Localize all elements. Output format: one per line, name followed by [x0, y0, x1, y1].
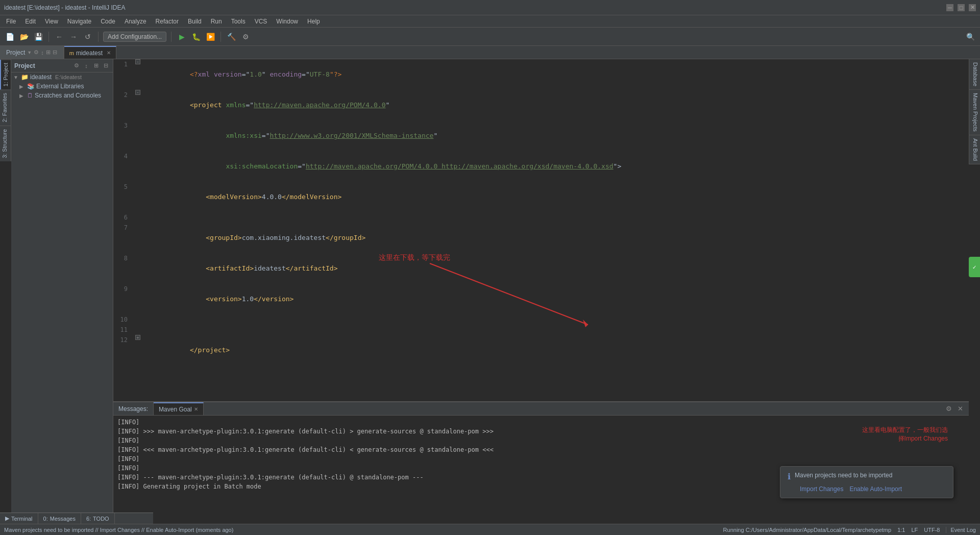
project-tab-collapse[interactable]: ⊟ [53, 49, 57, 56]
tree-arrow-ideatest: ▼ [13, 75, 19, 80]
messages-tab-label: Messages [50, 516, 76, 522]
fold-icon-12[interactable]: + [135, 335, 140, 340]
statusbar-right: Running C:/Users/Administrator/AppData/L… [723, 527, 976, 533]
maven-goal-close[interactable]: ✕ [194, 406, 198, 412]
tree-item-scratches[interactable]: ▶ 🗒 Scratches and Consoles [11, 91, 113, 100]
editor-tab-icon: m [69, 50, 74, 56]
terminal-tab[interactable]: ▶ Terminal [0, 513, 38, 524]
menu-item-build[interactable]: Build [184, 17, 206, 26]
line-num-5: 5 [113, 182, 134, 192]
menu-item-help[interactable]: Help [303, 17, 324, 26]
enable-auto-import-link[interactable]: Enable Auto-Import [849, 485, 902, 493]
line-num-3: 3 [113, 120, 134, 131]
tree-path-ideatest: E:\ideatest [55, 74, 82, 80]
import-changes-link[interactable]: Import Changes [800, 485, 843, 493]
menu-item-navigate[interactable]: Navigate [63, 17, 95, 26]
tree-arrow-scratches: ▶ [19, 93, 26, 99]
line-content-4: xsi:schemaLocation="http://maven.apache.… [142, 151, 969, 182]
menu-item-analyze[interactable]: Analyze [120, 17, 151, 26]
left-panel-project[interactable]: 1: Project [0, 59, 11, 89]
sidebar-gear-icon[interactable]: ⚙ [72, 62, 81, 70]
code-line-1: 1 - <?xml version="1.0" encoding="UTF-8"… [113, 59, 969, 90]
save-button[interactable]: 💾 [33, 31, 44, 42]
project-panel-tab[interactable]: Project ▼ ⚙ ↕ ⊞ ⊟ [0, 46, 64, 59]
build-button[interactable]: 🔨 [226, 31, 237, 42]
run-button[interactable]: ▶ [176, 31, 187, 42]
left-panel-structure[interactable]: 3: Structure [0, 126, 11, 161]
line-content-12: </project> [142, 335, 969, 366]
toolbar-separator-4 [220, 32, 221, 42]
tree-item-ideatest[interactable]: ▼ 📁 ideatest E:\ideatest [11, 72, 113, 82]
settings-icon[interactable]: ⚙ [944, 404, 953, 414]
code-line-12: 12 + </project> [113, 335, 969, 366]
event-log-button[interactable]: Event Log [946, 527, 976, 533]
line-num-2: 2 [113, 90, 134, 100]
left-panel-favorites[interactable]: 2: Favorites [0, 89, 11, 125]
tree-arrow-ext-libs: ▶ [19, 84, 26, 89]
sidebar-collapse-icon[interactable]: ⊟ [102, 62, 110, 70]
minimize-button[interactable]: ─ [946, 4, 953, 11]
fold-icon-1[interactable]: - [135, 59, 140, 64]
right-panel-ant-build[interactable]: Ant Build [969, 135, 980, 164]
menu-item-view[interactable]: View [41, 17, 62, 26]
right-panel-database[interactable]: Database [969, 59, 980, 90]
forward-button[interactable]: → [68, 31, 79, 42]
line-num-8: 8 [113, 253, 134, 263]
todo-tab[interactable]: 6: TODO [81, 513, 115, 524]
search-everywhere-button[interactable]: 🔍 [965, 31, 976, 42]
settings-button[interactable]: ⚙ [240, 31, 251, 42]
maximize-button[interactable]: □ [958, 4, 965, 11]
sidebar: Project ⚙ ↕ ⊞ ⊟ ▼ 📁 ideatest E:\ideatest… [11, 59, 113, 524]
line-content-6 [142, 212, 969, 223]
menu-item-edit[interactable]: Edit [21, 17, 40, 26]
debug-button[interactable]: 🐛 [190, 31, 202, 42]
right-panel-maven[interactable]: Maven Projects [969, 90, 980, 135]
project-tab-sync[interactable]: ↕ [41, 50, 44, 56]
menu-item-tools[interactable]: Tools [227, 17, 250, 26]
close-button[interactable]: ✕ [969, 4, 976, 11]
bottom-panel: Messages: Maven Goal ✕ ⚙ ✕ [INFO][INFO] … [113, 401, 969, 524]
open-button[interactable]: 📂 [18, 31, 30, 42]
terminal-label: Terminal [11, 516, 33, 522]
fold-icon-2[interactable]: - [135, 90, 140, 95]
messages-tab[interactable]: 0: Messages [38, 513, 81, 524]
messages-label-text: Messages: [118, 405, 148, 412]
tree-label-scratches: Scratches and Consoles [35, 92, 101, 99]
sidebar-sync-icon[interactable]: ↕ [82, 62, 90, 70]
xml-version-attr: xml version [198, 70, 242, 78]
maven-goal-label: Maven Goal [159, 406, 192, 413]
code-line-5: 5 <modelVersion>4.0.0</modelVersion> [113, 182, 969, 212]
gutter-12: + [134, 335, 142, 340]
menu-item-window[interactable]: Window [272, 17, 302, 26]
code-line-8: 8 <artifactId>ideatest</artifactId> [113, 253, 969, 284]
menu-item-file[interactable]: File [2, 17, 20, 26]
editor-tab-mideatest[interactable]: m mideatest ✕ [64, 46, 116, 59]
menu-item-run[interactable]: Run [207, 17, 226, 26]
right-side-panels: Database Maven Projects Ant Build [969, 59, 980, 164]
code-line-7: 7 <groupId>com.xiaoming.ideatest</groupI… [113, 223, 969, 253]
run-with-coverage-button[interactable]: ▶️ [205, 31, 216, 42]
editor-area[interactable]: 1 - <?xml version="1.0" encoding="UTF-8"… [113, 59, 969, 401]
green-side-button[interactable]: ✓ [969, 257, 980, 277]
tree-item-external-libraries[interactable]: ▶ 📚 External Libraries [11, 82, 113, 91]
line-content-5: <modelVersion>4.0.0</modelVersion> [142, 182, 969, 212]
green-btn-label: ✓ [972, 264, 977, 270]
refresh-button[interactable]: ↺ [82, 31, 93, 42]
sidebar-expand-icon[interactable]: ⊞ [92, 62, 100, 70]
project-tab-expand[interactable]: ⊞ [46, 49, 51, 56]
menu-item-code[interactable]: Code [96, 17, 119, 26]
new-file-button[interactable]: 📄 [4, 31, 15, 42]
gutter-2: - [134, 90, 142, 95]
run-config-button[interactable]: Add Configuration... [103, 32, 166, 42]
menu-item-vcs[interactable]: VCS [251, 17, 272, 26]
close-panel-icon[interactable]: ✕ [955, 404, 965, 414]
titlebar-title: ideatest [E:\ideatest] - ideatest - Inte… [4, 4, 125, 11]
left-panel-badges: 1: Project 2: Favorites 3: Structure [0, 59, 11, 161]
bottom-tab-maven-goal[interactable]: Maven Goal ✕ [154, 402, 204, 415]
tree-label-ext-libs: External Libraries [36, 83, 84, 90]
project-tab-settings[interactable]: ⚙ [34, 49, 39, 56]
editor-tab-close[interactable]: ✕ [107, 50, 111, 56]
back-button[interactable]: ← [54, 31, 65, 42]
menu-item-refactor[interactable]: Refactor [152, 17, 183, 26]
editor-content[interactable]: 1 - <?xml version="1.0" encoding="UTF-8"… [113, 59, 969, 401]
